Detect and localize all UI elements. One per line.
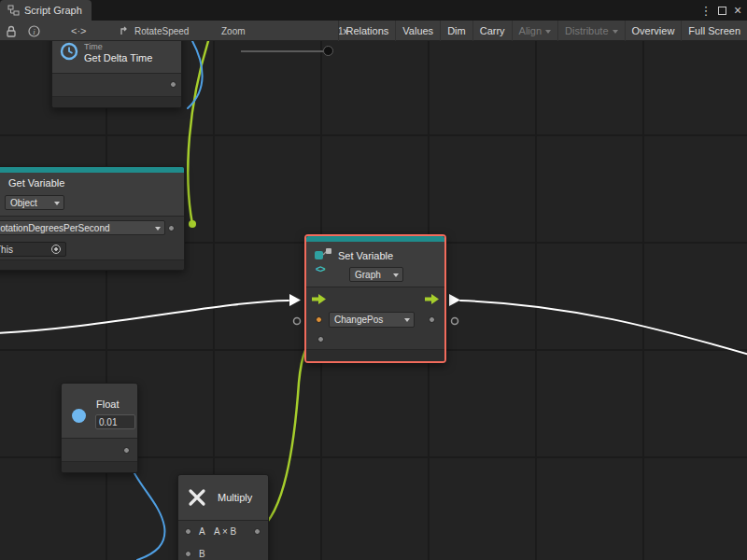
value-output-ring[interactable] (452, 318, 458, 325)
full-screen-button[interactable]: Full Screen (681, 21, 747, 41)
new-value-input-port[interactable] (317, 336, 324, 343)
tab-title: Script Graph (24, 5, 82, 16)
value-input-ring[interactable] (294, 318, 301, 325)
float-value: 0.01 (99, 417, 117, 427)
multiply-x-icon (186, 486, 208, 509)
distribute-dropdown-button[interactable]: Distribute (557, 21, 624, 41)
node-footer (62, 462, 137, 472)
result-output-port[interactable] (254, 528, 261, 535)
object-picker-icon[interactable] (51, 245, 61, 254)
values-button[interactable]: Values (395, 21, 440, 41)
float-circle-icon (71, 408, 87, 424)
node-title: Get Variable (8, 177, 64, 189)
variable-name-label: RotationDegreesPerSecond (0, 223, 110, 233)
control-input-arrow[interactable] (289, 294, 301, 306)
carry-button[interactable]: Carry (472, 21, 512, 41)
variable-scope-dropdown[interactable]: Graph (349, 267, 403, 282)
overview-button[interactable]: Overview (625, 21, 682, 41)
value-input-port[interactable] (316, 316, 322, 323)
node-footer (306, 350, 444, 361)
insert-node-icon[interactable]: <·> (71, 21, 87, 41)
node-title: Float (96, 399, 119, 410)
script-graph-icon (7, 5, 20, 16)
control-wire-out (460, 301, 747, 356)
node-footer (0, 260, 184, 270)
input-a-port[interactable] (185, 528, 191, 535)
control-wire-in (0, 301, 289, 333)
zoom-slider-track[interactable] (241, 50, 329, 52)
node-set-variable[interactable]: <> Set Variable Graph ChangePos (304, 234, 446, 363)
green-port-dot[interactable] (189, 220, 196, 228)
input-a-label: A (199, 526, 205, 537)
breadcrumb[interactable]: RotateSpeed (120, 21, 189, 41)
value-output-port[interactable] (429, 316, 435, 323)
graph-variable-glyph: <> (316, 264, 325, 274)
close-icon[interactable]: × (730, 0, 745, 21)
variable-name-label: ChangePos (334, 315, 383, 325)
chevron-down-icon (54, 202, 60, 208)
tab-script-graph[interactable]: Script Graph (0, 0, 92, 21)
control-output-port[interactable] (425, 294, 439, 304)
node-title: Multiply (218, 492, 252, 503)
tab-bar: Script Graph ⋮ × (0, 0, 747, 21)
graph-name: RotateSpeed (134, 26, 189, 36)
variable-icon (314, 247, 334, 260)
graph-toolbar: i <·> RotateSpeed Zoom 1x Relations Valu… (0, 21, 747, 41)
node-category: Time (84, 42, 103, 51)
kebab-menu-icon[interactable]: ⋮ (698, 0, 713, 21)
node-get-variable[interactable]: Get Variable Object RotationDegreesPerSe… (0, 166, 185, 271)
value-output-port[interactable] (123, 447, 130, 454)
relations-button[interactable]: Relations (338, 21, 395, 41)
node-title: Set Variable (338, 250, 393, 261)
chevron-down-icon (393, 273, 399, 280)
output-label: A × B (214, 526, 236, 537)
value-wire-green-upper (188, 41, 208, 224)
zoom-label: Zoom (221, 26, 246, 36)
control-output-arrow[interactable] (449, 294, 460, 306)
align-dropdown-button[interactable]: Align (512, 21, 557, 41)
node-title: Get Delta Time (84, 52, 152, 63)
value-output-port[interactable] (170, 81, 176, 88)
variable-name-dropdown[interactable]: RotationDegreesPerSecond (0, 220, 165, 235)
control-input-port[interactable] (312, 294, 326, 304)
node-float-literal[interactable]: Float 0.01 (61, 383, 138, 473)
input-b-label: B (199, 549, 205, 559)
zoom-slider-knob[interactable] (323, 46, 333, 56)
graph-pointer-icon (120, 25, 131, 36)
lock-icon[interactable] (6, 25, 17, 37)
node-footer (52, 97, 181, 107)
maximize-icon[interactable] (714, 0, 729, 21)
node-multiply[interactable]: Multiply A A × B B (177, 474, 269, 560)
info-icon[interactable]: i (28, 25, 40, 37)
variable-scope-dropdown[interactable]: Object (5, 195, 64, 210)
target-object-label: This (0, 245, 13, 255)
chevron-down-icon (613, 30, 618, 36)
variable-scope-label: Object (10, 198, 37, 208)
dim-button[interactable]: Dim (440, 21, 472, 41)
chevron-down-icon (545, 30, 551, 36)
float-value-input[interactable]: 0.01 (95, 414, 135, 429)
chevron-down-icon (404, 318, 410, 325)
input-b-port[interactable] (185, 551, 191, 557)
svg-text:i: i (33, 26, 35, 35)
variable-scope-label: Graph (355, 270, 381, 280)
unity-visual-scripting-window: Time Get Delta Time Get Variable Object … (0, 0, 747, 560)
value-output-port[interactable] (168, 225, 175, 231)
chevron-down-icon (155, 227, 161, 233)
variable-name-dropdown[interactable]: ChangePos (329, 312, 415, 328)
clock-icon (59, 41, 79, 62)
